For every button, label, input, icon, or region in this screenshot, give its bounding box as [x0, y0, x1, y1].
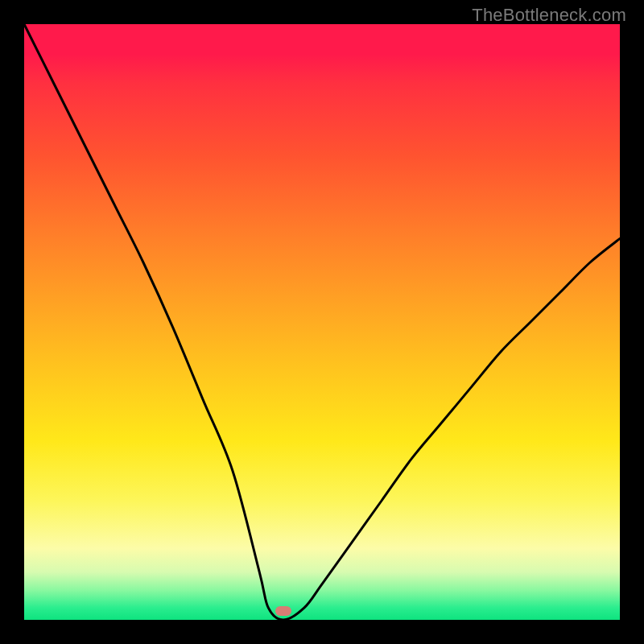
watermark-text: TheBottleneck.com — [472, 5, 626, 26]
bottleneck-curve — [24, 24, 620, 620]
plot-area — [24, 24, 620, 620]
chart-frame: TheBottleneck.com — [0, 0, 644, 644]
min-point-marker — [275, 606, 291, 616]
